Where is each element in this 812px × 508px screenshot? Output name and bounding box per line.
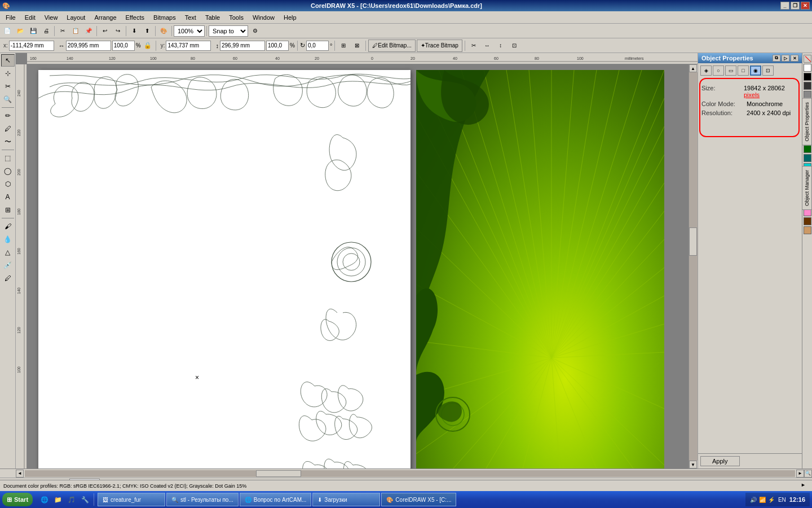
- y-coord-input[interactable]: [166, 41, 211, 51]
- apply-button[interactable]: Apply: [700, 456, 740, 466]
- prop-fill-icon[interactable]: ◈: [700, 65, 712, 76]
- canvas-area[interactable]: ×: [27, 64, 698, 468]
- panel-close-btn[interactable]: ✕: [791, 55, 798, 62]
- align-btn[interactable]: ⊠: [351, 40, 363, 52]
- new-button[interactable]: 📄: [1, 25, 14, 37]
- scroll-thumb[interactable]: [689, 227, 697, 256]
- rectangle-tool[interactable]: ⬚: [1, 152, 15, 164]
- hscroll-right-btn[interactable]: ►: [796, 470, 804, 478]
- taskbar-downloads[interactable]: ⬇ Загрузки: [312, 493, 380, 506]
- minimize-button[interactable]: _: [780, 2, 789, 10]
- prop-rect-icon[interactable]: ▭: [725, 65, 736, 76]
- close-button[interactable]: ✕: [801, 2, 810, 10]
- save-button[interactable]: 💾: [27, 25, 39, 37]
- color-brown[interactable]: [804, 217, 811, 225]
- restore-button[interactable]: ❐: [791, 2, 800, 10]
- text-tool[interactable]: A: [1, 191, 15, 203]
- menu-arrange[interactable]: Arrange: [90, 13, 121, 22]
- flip-v-btn[interactable]: ↕: [495, 40, 507, 52]
- taskbar-stl[interactable]: 🔍 stl - Результаты по...: [166, 493, 239, 506]
- prop-stroke-icon[interactable]: ○: [713, 65, 724, 76]
- no-color-swatch[interactable]: [804, 55, 811, 63]
- prop-anchor-icon[interactable]: ⊡: [762, 65, 774, 76]
- panel-float-btn[interactable]: ⧉: [773, 55, 780, 62]
- zoom-in-canvas[interactable]: 🔍: [804, 470, 812, 478]
- ie-icon[interactable]: 🌐: [38, 493, 51, 506]
- tray-icon-1[interactable]: 🔊: [750, 497, 757, 503]
- height-input[interactable]: [220, 41, 265, 51]
- menu-window[interactable]: Window: [248, 13, 279, 22]
- explorer-icon[interactable]: 📁: [52, 493, 64, 506]
- color-teal[interactable]: [804, 154, 811, 162]
- prop-info-icon[interactable]: ◉: [750, 65, 761, 76]
- trace-bitmap-button[interactable]: ✦ Trace Bitmap: [417, 40, 462, 52]
- color-black[interactable]: [804, 73, 811, 81]
- paste-button[interactable]: 📌: [82, 25, 95, 37]
- open-button[interactable]: 📂: [14, 25, 27, 37]
- select-tool[interactable]: ↖: [1, 54, 15, 67]
- menu-tools[interactable]: Tools: [224, 13, 248, 22]
- menu-view[interactable]: View: [40, 13, 63, 22]
- object-manager-tab[interactable]: Object Manager: [802, 166, 812, 210]
- zoom-select[interactable]: 100% 75% 50% 200%: [174, 25, 205, 37]
- edit-bitmap-button[interactable]: 🖊 Edit Bitmap...: [368, 40, 415, 52]
- cut-button[interactable]: ✂: [56, 25, 69, 37]
- scroll-down-btn[interactable]: ▼: [689, 461, 697, 468]
- transform-btn[interactable]: ⊡: [508, 40, 520, 52]
- table-tool[interactable]: ⊞: [1, 204, 15, 216]
- menu-effects[interactable]: Effects: [121, 13, 149, 22]
- paint-tool[interactable]: 🖌: [1, 220, 15, 233]
- color-tan[interactable]: [804, 226, 811, 234]
- menu-table[interactable]: Table: [201, 13, 224, 22]
- taskbar-creature-fur[interactable]: 🖼 creature_fur: [98, 493, 165, 506]
- interactive-fill[interactable]: △: [1, 246, 15, 259]
- position-btn[interactable]: ⊞: [337, 40, 350, 52]
- snap-select[interactable]: Snap to: [209, 25, 248, 37]
- menu-text[interactable]: Text: [180, 13, 201, 22]
- print-button[interactable]: 🖨: [40, 25, 52, 37]
- scroll-up-btn[interactable]: ▲: [689, 64, 697, 72]
- color-green[interactable]: [804, 145, 811, 153]
- undo-button[interactable]: ↩: [99, 25, 111, 37]
- redo-button[interactable]: ↪: [112, 25, 124, 37]
- smart-draw-tool[interactable]: 🖊: [1, 122, 15, 135]
- menu-edit[interactable]: Edit: [20, 13, 40, 22]
- artistic-media-tool[interactable]: 〜: [1, 135, 15, 148]
- freehand-tool[interactable]: ✏: [1, 110, 15, 122]
- copy-button[interactable]: 📋: [69, 25, 82, 37]
- canvas-vscrollbar[interactable]: ▲ ▼: [689, 64, 698, 468]
- taskbar-coreldraw[interactable]: 🎨 CorelDRAW X5 - [C:...: [381, 493, 456, 506]
- hscroll-left-btn[interactable]: ◄: [16, 470, 24, 478]
- tray-icon-3[interactable]: ⚡: [768, 497, 775, 503]
- ellipse-tool[interactable]: ◯: [1, 165, 15, 177]
- taskbar-artcam[interactable]: 🌐 Вопрос по ArtCAM...: [240, 493, 312, 506]
- color-darkgray[interactable]: [804, 82, 811, 90]
- scale-w-input[interactable]: [112, 41, 135, 51]
- node-tool[interactable]: ⊹: [1, 67, 15, 80]
- zoom-tool[interactable]: 🔍: [1, 93, 15, 106]
- color-picker-btn[interactable]: 🎨: [157, 25, 170, 37]
- outline-tool[interactable]: 🖊: [1, 272, 15, 284]
- start-button[interactable]: ⊞ Start: [2, 493, 33, 506]
- lang-indicator[interactable]: EN: [778, 497, 786, 503]
- scale-h-input[interactable]: [266, 41, 289, 51]
- fill-tool[interactable]: 💧: [1, 233, 15, 246]
- flip-h-btn[interactable]: ↔: [481, 40, 493, 52]
- export-button[interactable]: ⬆: [141, 25, 153, 37]
- tray-icon-2[interactable]: 📶: [759, 497, 766, 503]
- color-white[interactable]: [804, 64, 811, 72]
- canvas-wrapper[interactable]: 160 140 120 100 80 60 40 20 0 20 40 60 8…: [16, 53, 698, 468]
- media-icon[interactable]: 🎵: [65, 493, 78, 506]
- object-properties-tab[interactable]: Object Properties: [802, 98, 812, 146]
- angle-input[interactable]: [306, 41, 329, 51]
- crop-tool[interactable]: ✂: [1, 80, 15, 93]
- eyedropper-tool[interactable]: 💉: [1, 259, 15, 271]
- misc-icon[interactable]: 🔧: [79, 493, 91, 506]
- width-input[interactable]: [66, 41, 111, 51]
- snap-options[interactable]: ⚙: [249, 25, 261, 37]
- menu-help[interactable]: Help: [279, 13, 301, 22]
- x-coord-input[interactable]: [9, 41, 54, 51]
- menu-file[interactable]: File: [1, 13, 20, 22]
- hscroll-thumb[interactable]: [256, 470, 301, 477]
- import-button[interactable]: ⬇: [128, 25, 140, 37]
